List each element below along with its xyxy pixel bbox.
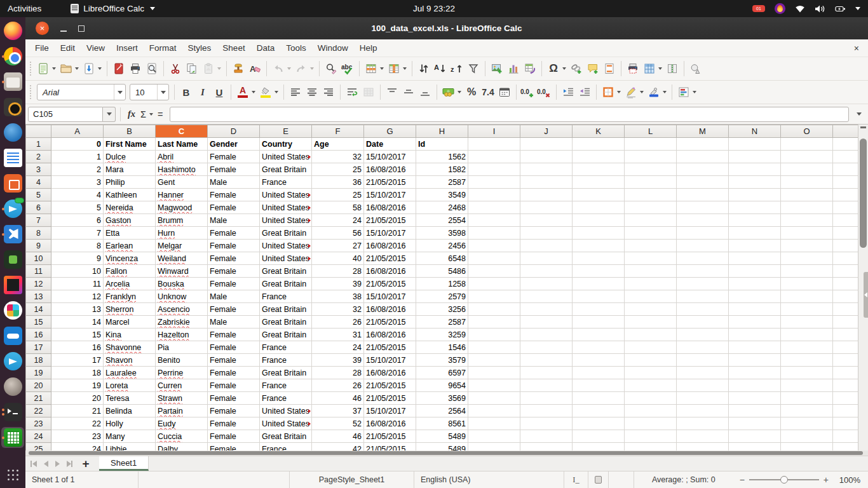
activities-button[interactable]: Activities <box>8 4 41 13</box>
freeze-rows-columns-button[interactable] <box>641 60 658 78</box>
new-dropdown[interactable] <box>52 67 56 70</box>
empty-cell[interactable] <box>468 151 520 163</box>
row-header-11[interactable]: 11 <box>26 265 51 278</box>
sort-ascending-button[interactable]: A <box>432 60 449 78</box>
cell-age[interactable]: 37 <box>312 405 364 417</box>
cell[interactable]: 17 <box>51 354 104 367</box>
conditional-formatting-dropdown[interactable] <box>693 91 696 93</box>
menu-file[interactable]: File <box>29 41 55 55</box>
number-format-button[interactable]: 7.4 <box>480 83 496 101</box>
empty-cell[interactable] <box>781 417 833 430</box>
empty-cell[interactable] <box>781 214 833 227</box>
cell-id[interactable]: 2579 <box>416 290 468 303</box>
cell-id[interactable]: 3598 <box>416 227 468 240</box>
font-color-button[interactable]: A <box>234 83 251 101</box>
cell-gender[interactable]: Female <box>208 303 260 316</box>
cell-id[interactable]: 3579 <box>416 354 468 367</box>
empty-cell[interactable] <box>625 138 677 151</box>
cell[interactable]: 24 <box>51 443 104 451</box>
empty-cell[interactable] <box>625 316 677 329</box>
cell-last-name[interactable]: Curren <box>156 379 208 392</box>
cell[interactable]: 5 <box>51 201 104 214</box>
cell-id[interactable]: 6597 <box>416 367 468 379</box>
menu-insert[interactable]: Insert <box>111 41 144 55</box>
cell-age[interactable]: 52 <box>312 417 364 430</box>
cell-gender[interactable]: Female <box>208 354 260 367</box>
cell-gender[interactable]: Female <box>208 341 260 354</box>
dock-item-calc[interactable] <box>1 427 24 448</box>
empty-cell[interactable] <box>833 316 858 329</box>
empty-cell[interactable] <box>833 405 858 417</box>
empty-cell[interactable] <box>573 151 625 163</box>
cell[interactable]: 9 <box>51 252 104 265</box>
cell-gender[interactable]: Male <box>208 176 260 189</box>
empty-cell[interactable] <box>729 201 781 214</box>
previous-sheet-button[interactable] <box>41 459 51 469</box>
cell-age[interactable]: 25 <box>312 189 364 201</box>
empty-cell[interactable] <box>781 278 833 290</box>
page-style-status[interactable]: PageStyle_Sheet1 <box>290 471 414 488</box>
formula-button[interactable]: = <box>155 109 165 119</box>
empty-cell[interactable] <box>781 392 833 405</box>
empty-cell[interactable] <box>468 443 520 451</box>
font-color-dropdown[interactable] <box>252 91 255 93</box>
empty-cell[interactable] <box>468 227 520 240</box>
cell-last-name[interactable]: Brumm <box>156 214 208 227</box>
row-header-3[interactable]: 3 <box>26 163 51 176</box>
empty-cell[interactable] <box>520 163 573 176</box>
empty-cell[interactable] <box>781 189 833 201</box>
empty-cell[interactable] <box>520 379 573 392</box>
insert-row-button[interactable] <box>363 60 379 78</box>
dock-item-gimp[interactable] <box>1 376 24 397</box>
empty-cell[interactable] <box>781 201 833 214</box>
cell-id[interactable]: 2468 <box>416 201 468 214</box>
cell-country[interactable]: Great Britain <box>260 329 312 341</box>
horizontal-scrollbar[interactable] <box>25 451 868 456</box>
empty-cell[interactable] <box>677 405 729 417</box>
empty-cell[interactable] <box>625 240 677 252</box>
cell-country[interactable]: Great Britain <box>260 163 312 176</box>
cell-date[interactable]: 21/05/2015 <box>364 379 416 392</box>
add-decimal-button[interactable]: 0.0 <box>520 83 536 101</box>
sum-dropdown[interactable] <box>149 113 153 116</box>
empty-cell[interactable] <box>625 252 677 265</box>
wrap-text-button[interactable] <box>344 83 360 101</box>
zoom-in-button[interactable]: + <box>824 475 829 485</box>
empty-cell[interactable] <box>573 278 625 290</box>
cell-gender[interactable]: Male <box>208 316 260 329</box>
empty-cell[interactable] <box>677 341 729 354</box>
empty-cell[interactable] <box>781 405 833 417</box>
cell-last-name[interactable]: Partain <box>156 405 208 417</box>
cell-first-name[interactable]: Sherron <box>104 303 156 316</box>
cell-country[interactable]: France <box>260 379 312 392</box>
cell-first-name[interactable]: Nereida <box>104 201 156 214</box>
empty-cell[interactable] <box>573 430 625 443</box>
empty-cell[interactable] <box>468 265 520 278</box>
empty-cell[interactable] <box>625 176 677 189</box>
font-size-combo[interactable]: 10 <box>130 84 169 100</box>
cell-last-name[interactable]: Winward <box>156 265 208 278</box>
cell-date[interactable]: 15/10/2017 <box>364 405 416 417</box>
select-all-corner[interactable] <box>26 125 51 138</box>
empty-cell[interactable] <box>625 303 677 316</box>
empty-cell[interactable] <box>468 329 520 341</box>
empty-cell[interactable] <box>729 392 781 405</box>
empty-cell[interactable] <box>729 227 781 240</box>
recording-indicator[interactable]: 01 <box>752 5 765 12</box>
cell-first-name[interactable]: Arcelia <box>104 278 156 290</box>
cell-last-name[interactable]: Dalby <box>156 443 208 451</box>
export-pdf-button[interactable] <box>111 60 127 78</box>
cell-date[interactable]: 21/05/2015 <box>364 316 416 329</box>
empty-cell[interactable] <box>677 201 729 214</box>
italic-button[interactable]: I <box>194 83 211 101</box>
empty-cell[interactable] <box>833 290 858 303</box>
empty-cell[interactable] <box>729 138 781 151</box>
empty-cell[interactable] <box>573 341 625 354</box>
column-header-J[interactable]: J <box>520 125 573 138</box>
insert-chart-button[interactable] <box>505 60 522 78</box>
column-header-partial[interactable] <box>833 125 858 138</box>
special-character-button[interactable]: Ω <box>545 60 562 78</box>
empty-cell[interactable] <box>573 163 625 176</box>
cell-gender[interactable]: Female <box>208 443 260 451</box>
empty-cell[interactable] <box>833 189 858 201</box>
